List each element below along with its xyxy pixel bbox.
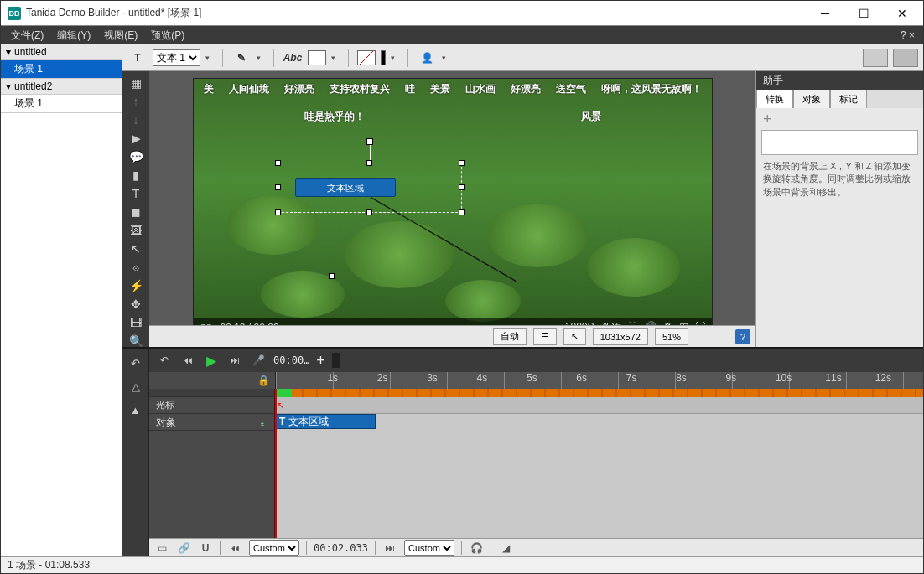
- playhead-line[interactable]: [275, 389, 277, 538]
- stroke-color-swatch[interactable]: [381, 50, 386, 65]
- menu-file[interactable]: 文件(Z): [4, 27, 50, 44]
- dropdown-icon[interactable]: ▾: [442, 54, 450, 62]
- add-track-icon[interactable]: +: [316, 352, 325, 370]
- motion-icon[interactable]: ⟐: [127, 261, 145, 274]
- resize-handle[interactable]: [459, 184, 465, 190]
- video-playbar[interactable]: ▮▮ 00:13 / 00:03 1080P 伪连 ☷ 🔊 ⚙ ◫ ⛶: [194, 318, 712, 325]
- settings-icon[interactable]: ⚙: [663, 321, 672, 326]
- zoom-level[interactable]: 51%: [655, 328, 688, 345]
- menu-view[interactable]: 视图(E): [97, 27, 144, 44]
- resize-handle[interactable]: [366, 160, 372, 166]
- person-icon[interactable]: 👤: [417, 48, 437, 68]
- frame-mode-select[interactable]: Custom: [249, 540, 299, 556]
- image-icon[interactable]: 🖼: [127, 224, 145, 237]
- menu-help-close[interactable]: ? ×: [895, 28, 920, 43]
- marker-block[interactable]: [332, 353, 340, 368]
- lock-icon[interactable]: 🔒: [257, 375, 270, 386]
- grid-icon[interactable]: ▦: [127, 76, 145, 90]
- close-button[interactable]: ✕: [883, 2, 921, 25]
- next-frame-icon[interactable]: ⏭: [382, 542, 397, 554]
- arrow-down-icon[interactable]: ↓: [127, 113, 145, 127]
- go-end-icon[interactable]: ⏭: [226, 352, 243, 369]
- layout-toggle-1[interactable]: [863, 49, 888, 67]
- note-icon[interactable]: ▮: [127, 168, 145, 182]
- menu-preview[interactable]: 预览(P): [144, 27, 191, 44]
- frame-mode-select-2[interactable]: Custom: [404, 540, 454, 556]
- fit-auto-button[interactable]: 自动: [493, 328, 527, 345]
- prev-frame-icon[interactable]: ⏮: [227, 542, 242, 554]
- resize-handle[interactable]: [366, 209, 372, 215]
- pip-icon[interactable]: ◫: [679, 321, 688, 326]
- dropdown-icon[interactable]: ▾: [391, 54, 399, 62]
- tree-node-scene[interactable]: 场景 1: [1, 95, 122, 113]
- add-transform-button[interactable]: +: [756, 108, 923, 130]
- pause-icon[interactable]: ▮▮: [200, 322, 212, 325]
- search-icon[interactable]: 🔍: [127, 334, 145, 348]
- resize-handle[interactable]: [459, 160, 465, 166]
- transform-list[interactable]: [761, 130, 918, 155]
- resize-handle[interactable]: [275, 209, 281, 215]
- layout-toggle-2[interactable]: [893, 49, 918, 67]
- go-start-icon[interactable]: ⏮: [179, 352, 196, 369]
- speech-icon[interactable]: 💬: [127, 150, 145, 163]
- microphone-icon[interactable]: 🎤: [250, 352, 267, 369]
- playbar-quality[interactable]: 1080P: [565, 321, 594, 326]
- dropdown-icon[interactable]: ▾: [205, 54, 214, 62]
- track-object[interactable]: 对象⭳: [149, 414, 274, 431]
- scene-canvas[interactable]: 美人间仙境好漂亮支持农村复兴哇美景 山水画好漂亮送空气 呀啊，这风景无敌啊！哇是…: [193, 78, 713, 325]
- fill-color-swatch[interactable]: [308, 50, 326, 65]
- no-fill-swatch[interactable]: [357, 50, 376, 65]
- rotate-handle[interactable]: [366, 138, 373, 145]
- tab-object[interactable]: 对象: [793, 90, 830, 108]
- target-icon[interactable]: ✥: [127, 297, 145, 311]
- marker-icon[interactable]: ▲: [127, 401, 145, 419]
- project-tree[interactable]: ▾untitled 场景 1 ▾untitled2 场景 1: [1, 44, 122, 556]
- arrow-up-icon[interactable]: ↑: [127, 95, 145, 108]
- zoom-slider-icon[interactable]: △: [127, 377, 145, 396]
- start-marker[interactable]: [275, 389, 292, 397]
- play-icon[interactable]: ▶: [203, 352, 220, 369]
- object-select[interactable]: 文本 1: [153, 49, 200, 66]
- path-midpoint[interactable]: [329, 273, 335, 279]
- minimize-button[interactable]: ─: [806, 2, 844, 25]
- timeline-object-clip[interactable]: T文本区域: [275, 414, 376, 429]
- magnet-icon[interactable]: U: [198, 542, 213, 554]
- shape-icon[interactable]: ◼: [127, 205, 145, 219]
- tree-node-root[interactable]: ▾untitled2: [1, 79, 122, 95]
- undo-icon[interactable]: ↶: [156, 352, 173, 369]
- track-area[interactable]: ↖ T文本区域: [275, 389, 923, 538]
- maximize-button[interactable]: ☐: [844, 2, 883, 25]
- text-object-selection[interactable]: 文本区域: [278, 163, 462, 213]
- menu-edit[interactable]: 编辑(Y): [50, 27, 97, 44]
- resize-handle[interactable]: [275, 160, 281, 166]
- undo-icon[interactable]: ↶: [127, 354, 145, 372]
- volume-icon[interactable]: 🔊: [644, 321, 657, 326]
- snap-icon[interactable]: ▭: [154, 542, 169, 554]
- link-icon[interactable]: 🔗: [176, 542, 191, 554]
- tree-node-scene[interactable]: 场景 1: [1, 60, 122, 79]
- text-tool-icon[interactable]: T: [127, 48, 148, 68]
- film-icon[interactable]: 🎞: [127, 316, 145, 329]
- resize-handle[interactable]: [459, 209, 465, 215]
- flash-icon[interactable]: ⚡: [127, 279, 145, 292]
- cursor-track-row[interactable]: ↖: [275, 397, 923, 414]
- danmu-toggle-icon[interactable]: ☷: [628, 321, 637, 326]
- fullscreen-icon[interactable]: ⛶: [695, 321, 705, 326]
- text-icon[interactable]: T: [127, 187, 145, 200]
- text-object-label[interactable]: 文本区域: [295, 178, 396, 197]
- playbar-mode[interactable]: 伪连: [601, 321, 621, 326]
- play-icon[interactable]: ▶: [127, 132, 145, 145]
- resize-handle[interactable]: [275, 184, 281, 190]
- dropdown-icon[interactable]: ▾: [331, 54, 340, 62]
- waveform-icon[interactable]: ◢: [498, 542, 513, 554]
- tab-transform[interactable]: 转换: [756, 90, 793, 108]
- pointer-coords-icon[interactable]: ↖: [563, 328, 586, 345]
- help-icon[interactable]: ?: [735, 329, 750, 344]
- track-cursor[interactable]: 光标: [149, 397, 274, 414]
- headphones-icon[interactable]: 🎧: [469, 542, 484, 554]
- tab-marker[interactable]: 标记: [830, 90, 867, 108]
- frame-strip[interactable]: [275, 389, 923, 397]
- timeline-ruler[interactable]: 1s2s3s4s5s6s7s8s9s10s11s12s: [275, 372, 923, 389]
- align-icon[interactable]: ☰: [533, 328, 557, 345]
- text-style-button[interactable]: Abc: [283, 48, 303, 68]
